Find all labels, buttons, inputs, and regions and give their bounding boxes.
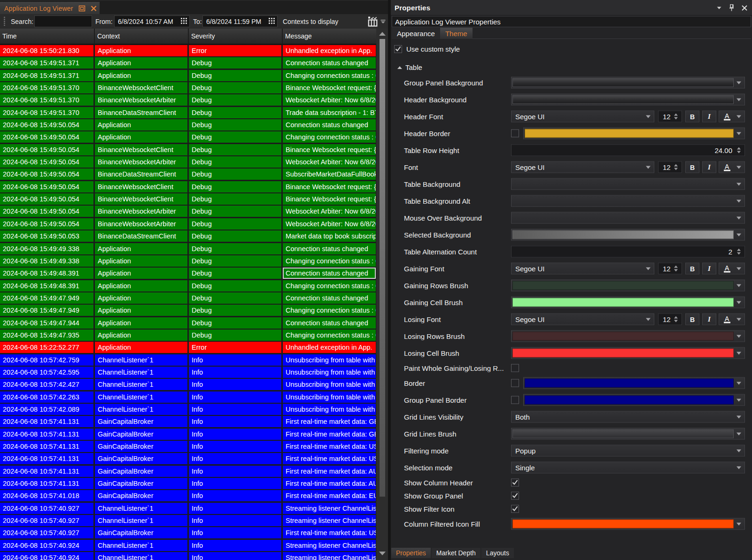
message-cell[interactable]: Websocket Arbiter: Now 6/8/20 [283,218,376,230]
context-cell[interactable]: Application [95,268,187,279]
font-color-button[interactable]: A [719,263,745,275]
message-cell[interactable]: First real-time market data: GB [283,416,376,427]
time-cell[interactable]: 2024-06-08 15:49:50.054 [0,144,93,155]
severity-cell[interactable]: Debug [189,82,281,93]
context-cell[interactable]: ChannelListener`1 [95,391,187,403]
severity-cell[interactable]: Debug [189,292,281,304]
font-family-dropdown[interactable]: Segoe UI [511,161,654,173]
severity-cell[interactable]: Info [189,379,281,390]
log-row[interactable]: 2024-06-08 15:49:51.371ApplicationDebugC… [0,57,376,69]
severity-cell[interactable]: Info [189,453,281,464]
time-cell[interactable]: 2024-06-08 15:50:21.830 [0,45,93,56]
message-cell[interactable]: Connection status changed [283,57,376,69]
time-cell[interactable]: 2024-06-08 15:49:51.371 [0,57,93,69]
time-cell[interactable]: 2024-06-08 15:49:47.935 [0,330,93,341]
font-color-button[interactable]: A [719,111,745,123]
message-cell[interactable]: Websocket Arbiter: Now 6/8/20 [283,156,376,168]
message-cell[interactable]: Binance Websocket request: {" [283,193,376,205]
time-cell[interactable]: 2024-06-08 10:57:40.927 [0,503,93,514]
time-cell[interactable]: 2024-06-08 15:49:50.054 [0,131,93,143]
context-cell[interactable]: BinanceDataStreamClient [95,230,187,242]
severity-cell[interactable]: Info [189,416,281,427]
time-cell[interactable]: 2024-06-08 10:57:41.131 [0,429,93,440]
selected-background-dropdown[interactable] [511,229,745,241]
losing-cell-brush-dropdown[interactable] [511,347,745,359]
time-cell[interactable]: 2024-06-08 15:49:49.338 [0,243,93,254]
log-row[interactable]: 2024-06-08 15:49:50.054BinanceWebsocketA… [0,206,376,218]
severity-cell[interactable]: Debug [189,305,281,316]
grid-lines-visibility-dropdown[interactable]: Both [511,411,745,423]
context-cell[interactable]: ChannelListener`1 [95,515,187,526]
severity-cell[interactable]: Debug [189,57,281,69]
font-family-dropdown[interactable]: Segoe UI [511,314,654,325]
log-row[interactable]: 2024-06-08 15:49:47.949ApplicationDebugC… [0,292,376,305]
context-cell[interactable]: GainCapitalBroker [95,453,187,464]
selection-mode-dropdown[interactable]: Single [511,462,745,474]
context-cell[interactable]: Application [95,70,187,81]
column-header-severity[interactable]: Severity [189,29,283,44]
context-cell[interactable]: ChannelListener`1 [95,367,187,378]
tab-appearance[interactable]: Appearance [392,28,440,39]
severity-cell[interactable]: Debug [189,243,281,254]
group-panel-border-dropdown[interactable] [523,394,745,406]
border-dropdown[interactable] [523,377,745,389]
message-cell[interactable]: First real-time market data: US [283,441,376,452]
severity-cell[interactable]: Info [189,515,281,526]
toolbar-overflow-icon[interactable] [380,14,386,29]
close-panel-icon[interactable] [742,5,747,11]
spinner[interactable] [737,145,742,156]
log-row[interactable]: 2024-06-08 10:57:42.759ChannelListener`1… [0,354,376,367]
context-cell[interactable]: ChannelListener`1 [95,540,187,551]
close-tab-icon[interactable] [91,6,97,11]
time-cell[interactable]: 2024-06-08 10:57:42.263 [0,391,93,403]
log-row[interactable]: 2024-06-08 15:49:47.949ApplicationDebugC… [0,305,376,317]
time-cell[interactable]: 2024-06-08 10:57:41.131 [0,478,93,489]
severity-cell[interactable]: Debug [189,268,281,279]
context-cell[interactable]: GainCapitalBroker [95,429,187,440]
message-cell[interactable]: Connection status changed [283,317,376,329]
severity-cell[interactable]: Info [189,540,281,551]
severity-cell[interactable]: Info [189,354,281,366]
time-cell[interactable]: 2024-06-08 10:57:41.131 [0,441,93,452]
time-cell[interactable]: 2024-06-08 10:57:42.595 [0,367,93,378]
severity-cell[interactable]: Info [189,441,281,452]
context-cell[interactable]: BinanceWebsocketClient [95,82,187,93]
message-cell[interactable]: Connection status changed [283,119,376,130]
log-row[interactable]: 2024-06-08 10:57:42.263ChannelListener`1… [0,391,376,404]
log-row[interactable]: 2024-06-08 10:57:40.927ChannelListener`1… [0,503,376,515]
message-cell[interactable]: Unsubscribing from table with [283,404,376,415]
context-cell[interactable]: BinanceDataStreamClient [95,169,187,180]
time-cell[interactable]: 2024-06-08 15:22:52.277 [0,342,93,353]
log-row[interactable]: 2024-06-08 15:49:51.370BinanceWebsocketC… [0,82,376,94]
spinner[interactable] [674,263,679,274]
from-date-input[interactable]: 6/8/2024 10:57 AM [114,15,190,27]
scrollbar-thumb[interactable] [380,39,385,497]
message-cell[interactable]: Changing connection status : C [283,70,376,81]
column-filtered-icon-fill-dropdown[interactable] [511,518,745,530]
time-cell[interactable]: 2024-06-08 15:49:47.944 [0,317,93,329]
gaining-rows-brush-dropdown[interactable] [511,280,745,292]
context-cell[interactable]: Application [95,255,187,267]
font-family-dropdown[interactable]: Segoe UI [511,111,654,123]
log-row[interactable]: 2024-06-08 10:57:41.131GainCapitalBroker… [0,478,376,490]
time-cell[interactable]: 2024-06-08 15:49:50.054 [0,169,93,180]
message-cell[interactable]: Changing connection status : C [283,255,376,267]
time-cell[interactable]: 2024-06-08 10:57:40.924 [0,540,93,551]
log-row[interactable]: 2024-06-08 10:57:41.131GainCapitalBroker… [0,466,376,478]
message-cell[interactable]: Connection status changed [283,292,376,304]
context-cell[interactable]: Application [95,243,187,254]
context-cell[interactable]: ChannelListener`1 [95,404,187,415]
message-cell[interactable]: SubscribeMarketDataFullBook [283,169,376,180]
context-cell[interactable]: BinanceWebsocketClient [95,181,187,192]
context-cell[interactable]: Application [95,119,187,130]
search-input[interactable] [34,15,92,27]
context-cell[interactable]: BinanceWebsocketArbiter [95,156,187,168]
tab-application-log-viewer[interactable]: Application Log Viewer [0,2,100,15]
time-cell[interactable]: 2024-06-08 10:57:41.131 [0,453,93,464]
log-row[interactable]: 2024-06-08 10:57:41.131GainCapitalBroker… [0,429,376,441]
severity-cell[interactable]: Info [189,429,281,440]
severity-cell[interactable]: Info [189,391,281,403]
message-cell[interactable]: Binance Websocket request: {" [283,144,376,155]
message-cell[interactable]: Changing connection status : C [283,131,376,143]
severity-cell[interactable]: Debug [189,218,281,230]
